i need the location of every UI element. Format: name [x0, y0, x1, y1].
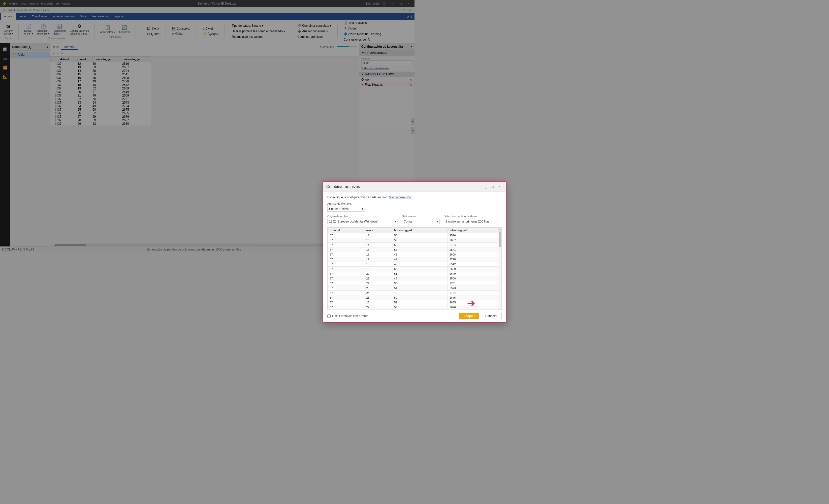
dialog-table-row: 3713592657 — [328, 238, 415, 243]
dialog-table-row: 3715562541 — [328, 248, 415, 252]
config-selects-row: Origen de archivo 1252: Europeo occident… — [327, 215, 414, 224]
sample-file-section: Archivo de ejemplo: Primer archivo ▾ — [327, 202, 414, 212]
col-th-driverid[interactable]: driverId — [328, 228, 364, 233]
origin-select[interactable]: 1252: Europeo occidental (Windows) ▾ — [327, 219, 398, 224]
combine-files-dialog: Combinar archivos _ □ × Especifique la c… — [323, 181, 414, 252]
delimiter-field: Delimitador Coma ▾ — [402, 215, 414, 224]
dialog-overlay: Combinar archivos _ □ × Especifique la c… — [0, 0, 414, 252]
chevron-down-icon: ▾ — [362, 207, 363, 211]
dialog-data-table-wrapper[interactable]: driverId week hours-logged miles-logged … — [327, 227, 414, 252]
dialog-data-table: driverId week hours-logged miles-logged … — [328, 227, 414, 252]
dialog-title: Combinar archivos — [326, 184, 360, 189]
origin-chevron-icon: ▾ — [395, 220, 396, 223]
dialog-table-body: 3712502516371359265737145827843715562541… — [328, 233, 415, 252]
sample-file-select[interactable]: Primer archivo ▾ — [327, 206, 365, 212]
dialog-description: Especifique la configuración de cada arc… — [327, 195, 414, 199]
col-th-week[interactable]: week — [364, 228, 392, 233]
dialog-link[interactable]: Más información — [389, 195, 411, 199]
delimiter-select[interactable]: Coma ▾ — [402, 219, 414, 224]
dialog-table-row: 3714582784 — [328, 243, 415, 248]
dialog-body: Especifique la configuración de cada arc… — [323, 191, 414, 252]
sample-file-row: Primer archivo ▾ — [327, 206, 414, 212]
dialog-table-row: 3712502516 — [328, 233, 415, 238]
origin-field: Origen de archivo 1252: Europeo occident… — [327, 215, 398, 224]
col-th-hours[interactable]: hours-logged — [392, 228, 414, 233]
sample-file-label: Archivo de ejemplo: — [327, 202, 414, 205]
dialog-titlebar: Combinar archivos _ □ × — [323, 182, 414, 191]
